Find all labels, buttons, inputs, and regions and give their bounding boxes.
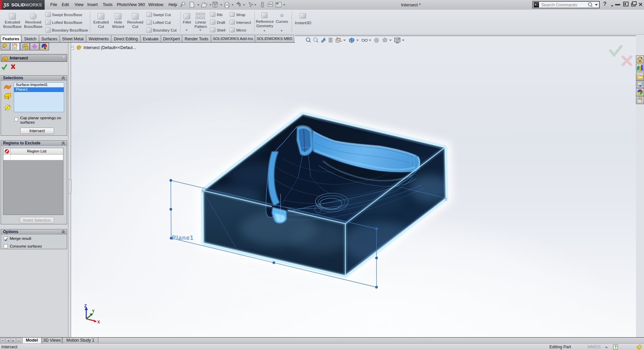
svg-text:Plane1: Plane1 (172, 234, 194, 241)
svg-text:X: X (97, 320, 100, 323)
svg-text:Y: Y (92, 309, 95, 314)
